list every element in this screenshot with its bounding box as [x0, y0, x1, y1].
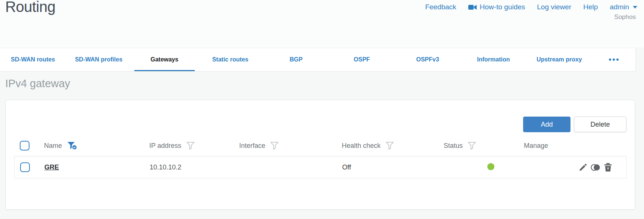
ellipsis-icon: [613, 58, 615, 61]
tab-upstream-proxy[interactable]: Upstream proxy: [526, 48, 592, 71]
row-checkbox[interactable]: [20, 162, 30, 172]
tab-gateways[interactable]: Gateways: [132, 48, 197, 71]
table-header: Name IP address Interface: [14, 137, 626, 155]
help-label: Help: [583, 3, 598, 11]
tab-ospf[interactable]: OSPF: [329, 48, 395, 71]
status-cell: [444, 163, 524, 172]
tab-sd-wan-profiles[interactable]: SD-WAN profiles: [66, 48, 131, 71]
tab-static-routes[interactable]: Static routes: [197, 48, 263, 71]
ellipsis-icon: [609, 58, 611, 61]
page-title: Routing: [5, 0, 55, 15]
more-tabs-button[interactable]: [592, 48, 635, 71]
main-content: IPv4 gateway Add Delete Name IP address: [0, 77, 644, 210]
feedback-link[interactable]: Feedback: [425, 3, 456, 11]
top-nav: Feedback How-to guides Log viewer Help a…: [425, 3, 637, 11]
filter-active-icon[interactable]: [67, 142, 77, 150]
manage-cell: [524, 163, 626, 172]
admin-label: admin: [610, 3, 629, 11]
column-header-health-check: Health check: [342, 142, 381, 150]
video-camera-icon: [468, 4, 477, 10]
column-header-ip-address: IP address: [149, 142, 181, 150]
howto-guides-link[interactable]: How-to guides: [468, 3, 525, 11]
gateway-name-link[interactable]: GRE: [44, 164, 59, 171]
edit-pencil-icon[interactable]: [579, 163, 587, 172]
tab-information[interactable]: Information: [460, 48, 526, 71]
feedback-label: Feedback: [425, 3, 456, 11]
health-check-value: Off: [342, 164, 444, 171]
table-row: GRE 10.10.10.2 Off: [14, 156, 626, 178]
column-header-name: Name: [44, 142, 62, 150]
section-heading: IPv4 gateway: [5, 77, 644, 90]
filter-icon[interactable]: [271, 142, 279, 150]
help-link[interactable]: Help: [583, 3, 598, 11]
table-toolbar: Add Delete: [14, 117, 626, 132]
ipv4-gateway-card: Add Delete Name IP address: [5, 100, 635, 210]
column-header-manage: Manage: [524, 142, 548, 150]
caret-down-icon: [633, 6, 637, 9]
delete-button[interactable]: Delete: [574, 117, 626, 132]
tab-sd-wan-routes[interactable]: SD-WAN routes: [0, 48, 66, 71]
log-viewer-label: Log viewer: [537, 3, 571, 11]
filter-icon[interactable]: [386, 142, 394, 150]
column-header-interface: Interface: [239, 142, 265, 150]
tab-bar: SD-WAN routes SD-WAN profiles Gateways S…: [0, 48, 636, 72]
delete-trash-icon[interactable]: [604, 163, 612, 172]
howto-guides-label: How-to guides: [480, 3, 525, 11]
admin-menu[interactable]: admin: [610, 3, 637, 11]
clone-icon[interactable]: [591, 163, 601, 172]
log-viewer-link[interactable]: Log viewer: [537, 3, 571, 11]
tab-ospfv3[interactable]: OSPFv3: [395, 48, 460, 71]
ellipsis-icon: [616, 58, 619, 61]
brand-label: Sophos: [614, 13, 636, 21]
filter-icon[interactable]: [468, 142, 476, 150]
tab-bgp[interactable]: BGP: [263, 48, 329, 71]
ip-address-value: 10.10.10.2: [150, 164, 240, 171]
status-up-indicator: [487, 163, 494, 170]
column-header-status: Status: [444, 142, 463, 150]
select-all-checkbox[interactable]: [20, 141, 29, 150]
filter-icon[interactable]: [187, 142, 195, 150]
add-button[interactable]: Add: [523, 117, 570, 132]
page-header: Routing Feedback How-to guides Log viewe…: [0, 0, 644, 48]
